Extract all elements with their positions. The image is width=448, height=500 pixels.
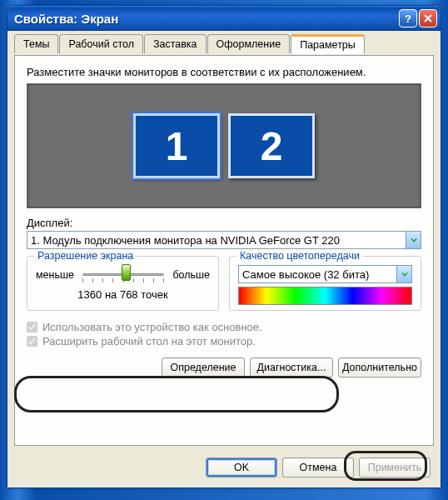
monitor-options: Использовать это устройство как основное… xyxy=(27,321,421,348)
color-legend: Качество цветопередачи xyxy=(236,250,363,262)
primary-device-checkbox-row[interactable]: Использовать это устройство как основное… xyxy=(27,321,421,333)
monitor-1[interactable]: 1 xyxy=(133,113,220,178)
apply-button[interactable]: Применить xyxy=(359,458,431,478)
extend-desktop-checkbox-row[interactable]: Расширить рабочий стол на этот монитор. xyxy=(27,335,421,348)
display-value: 1. Модуль подключения монитора на NVIDIA… xyxy=(31,234,406,247)
troubleshoot-button[interactable]: Диагностика... xyxy=(250,358,333,378)
color-spectrum xyxy=(238,287,412,305)
instruction-text: Разместите значки мониторов в соответств… xyxy=(27,66,421,78)
resolution-legend: Разрешение экрана xyxy=(34,250,137,262)
close-button[interactable] xyxy=(419,9,437,28)
titlebar[interactable]: Свойства: Экран ? xyxy=(7,6,441,31)
tab-themes[interactable]: Темы xyxy=(14,34,58,53)
tab-strip: Темы Рабочий стол Заставка Оформление Па… xyxy=(11,34,437,53)
close-icon xyxy=(424,14,432,22)
dialog-buttons: OK Отмена Применить xyxy=(206,458,431,478)
extend-desktop-label: Расширить рабочий стол на этот монитор. xyxy=(42,335,256,348)
extend-desktop-checkbox[interactable] xyxy=(27,336,37,347)
dialog-window: Свойства: Экран ? Темы Рабочий стол Заст… xyxy=(7,5,441,488)
tab-appearance[interactable]: Оформление xyxy=(207,34,291,53)
chevron-down-icon[interactable] xyxy=(406,232,421,248)
help-button[interactable]: ? xyxy=(399,9,417,28)
color-dropdown[interactable]: Самое высокое (32 бита) xyxy=(238,265,412,283)
display-dropdown[interactable]: 1. Модуль подключения монитора на NVIDIA… xyxy=(27,231,421,249)
advanced-button[interactable]: Дополнительно xyxy=(338,358,421,378)
primary-device-checkbox[interactable] xyxy=(27,322,37,332)
monitor-2[interactable]: 2 xyxy=(228,113,315,178)
client-area: Темы Рабочий стол Заставка Оформление Па… xyxy=(11,34,437,484)
resolution-group: Разрешение экрана меньше больше 1360 на … xyxy=(27,256,219,311)
color-quality-group: Качество цветопередачи Самое высокое (32… xyxy=(229,256,421,311)
slider-less-label: меньше xyxy=(36,269,74,281)
monitor-arrangement[interactable]: 1 2 xyxy=(27,83,421,208)
resolution-slider[interactable] xyxy=(79,265,167,285)
chevron-down-icon[interactable] xyxy=(396,266,411,282)
tab-settings[interactable]: Параметры xyxy=(291,34,365,54)
slider-thumb[interactable] xyxy=(122,264,131,281)
tab-desktop[interactable]: Рабочий стол xyxy=(59,34,142,53)
tab-screensaver[interactable]: Заставка xyxy=(144,34,207,53)
primary-device-label: Использовать это устройство как основное… xyxy=(42,321,262,333)
window-title: Свойства: Экран xyxy=(14,12,397,26)
ok-button[interactable]: OK xyxy=(206,458,277,478)
cancel-button[interactable]: Отмена xyxy=(282,458,354,478)
identify-button[interactable]: Определение xyxy=(162,358,245,378)
display-label: Дисплей: xyxy=(27,217,421,229)
resolution-value: 1360 на 768 точек xyxy=(36,288,210,301)
color-value: Самое высокое (32 бита) xyxy=(242,268,396,281)
slider-more-label: больше xyxy=(172,269,210,281)
settings-panel: Разместите значки мониторов в соответств… xyxy=(14,55,434,446)
